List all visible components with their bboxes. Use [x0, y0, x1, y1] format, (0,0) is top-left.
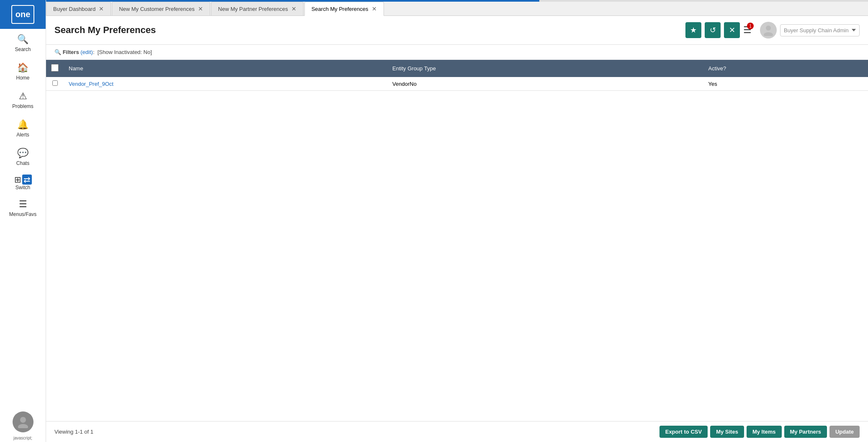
sidebar-item-switch[interactable]: ⊞ ⇄ Switch: [0, 171, 46, 194]
logo-box: one: [11, 5, 34, 24]
footer-bar: Viewing 1-1 of 1 Export to CSV My Sites …: [46, 421, 868, 442]
table-container: Name Entity Group Type Active? Vendor_Pr…: [46, 60, 868, 421]
tab-search-prefs[interactable]: Search My Preferences ✕: [304, 2, 384, 16]
sidebar-item-problems-label: Problems: [12, 103, 33, 109]
close-icon: ✕: [729, 26, 735, 35]
tab-new-customer[interactable]: New My Customer Preferences ✕: [112, 2, 210, 15]
switch-badge-icon: ⇄: [22, 175, 32, 185]
tab-new-customer-label: New My Customer Preferences: [119, 6, 195, 12]
row-checkbox[interactable]: [52, 80, 58, 86]
tab-search-prefs-close[interactable]: ✕: [372, 5, 377, 12]
favorite-button[interactable]: ★: [685, 22, 701, 38]
export-csv-button[interactable]: Export to CSV: [659, 426, 708, 438]
tab-buyer-dashboard-close[interactable]: ✕: [99, 5, 104, 12]
col-checkbox: [46, 60, 64, 77]
problems-icon: ⚠: [19, 91, 27, 102]
star-icon: ★: [690, 26, 697, 35]
svg-point-2: [766, 26, 771, 31]
my-sites-button[interactable]: My Sites: [710, 426, 744, 438]
sidebar-item-search-label: Search: [15, 46, 31, 52]
sidebar-item-chats-label: Chats: [16, 160, 29, 166]
svg-point-1: [18, 424, 28, 428]
sidebar-item-alerts[interactable]: 🔔 Alerts: [0, 114, 46, 143]
tab-buyer-dashboard[interactable]: Buyer Dashboard ✕: [46, 2, 111, 15]
tab-buyer-dashboard-label: Buyer Dashboard: [53, 6, 95, 12]
my-items-button[interactable]: My Items: [747, 426, 782, 438]
sidebar-item-home[interactable]: 🏠 Home: [0, 57, 46, 86]
switch-icon: ⊞: [14, 175, 21, 185]
svg-point-3: [764, 32, 773, 36]
tab-new-partner-close[interactable]: ✕: [291, 5, 296, 12]
footer-actions: Export to CSV My Sites My Items My Partn…: [659, 426, 860, 438]
app-logo[interactable]: one: [0, 0, 46, 29]
filter-search-icon: 🔍: [54, 49, 61, 55]
col-name-header: Name: [64, 60, 387, 77]
col-entity-group-type-header: Entity Group Type: [387, 60, 703, 77]
close-button[interactable]: ✕: [724, 22, 740, 38]
user-role-select[interactable]: Buyer Supply Chain Admin Admin Viewer: [780, 24, 860, 36]
sidebar-item-chats[interactable]: 💬 Chats: [0, 143, 46, 171]
tab-new-customer-close[interactable]: ✕: [198, 5, 203, 12]
row-entity-group-type-cell: VendorNo: [387, 77, 703, 91]
sidebar-item-home-label: Home: [16, 75, 29, 81]
update-button[interactable]: Update: [829, 426, 860, 438]
search-icon: 🔍: [17, 34, 28, 45]
tab-new-partner-label: New My Partner Preferences: [218, 6, 288, 12]
alerts-icon: 🔔: [17, 119, 28, 130]
filters-label: Filters: [63, 49, 79, 55]
tab-search-prefs-label: Search My Preferences: [312, 6, 368, 12]
page-title: Search My Preferences: [54, 25, 685, 36]
logo-text: one: [15, 10, 31, 19]
select-all-checkbox[interactable]: [51, 64, 59, 72]
table-header-row: Name Entity Group Type Active?: [46, 60, 868, 77]
my-partners-button[interactable]: My Partners: [784, 426, 827, 438]
table-body: Vendor_Pref_9Oct VendorNo Yes: [46, 77, 868, 91]
chats-icon: 💬: [17, 148, 28, 159]
tab-new-partner[interactable]: New My Partner Preferences ✕: [211, 2, 304, 15]
sidebar-item-menus[interactable]: ☰ Menus/Favs: [0, 194, 46, 222]
refresh-button[interactable]: ↺: [705, 22, 721, 38]
row-checkbox-cell: [46, 77, 64, 91]
row-name-link[interactable]: Vendor_Pref_9Oct: [69, 81, 113, 87]
svg-point-0: [20, 417, 26, 423]
table-row: Vendor_Pref_9Oct VendorNo Yes: [46, 77, 868, 91]
sidebar-item-problems[interactable]: ⚠ Problems: [0, 86, 46, 114]
viewing-text: Viewing 1-1 of 1: [54, 429, 93, 435]
main-area: Buyer Dashboard ✕ New My Customer Prefer…: [46, 0, 868, 442]
filters-edit-link[interactable]: (edit): [80, 49, 93, 55]
sidebar: one 🔍 Search 🏠 Home ⚠ Problems 🔔 Alerts …: [0, 0, 46, 442]
filter-bar: 🔍 Filters (edit): [Show Inactivated: No]: [46, 45, 868, 60]
col-active-header: Active?: [703, 60, 868, 77]
row-active-cell: Yes: [703, 77, 868, 91]
sidebar-bottom: javascript;: [0, 411, 46, 442]
sidebar-js-label: javascript;: [12, 434, 34, 442]
sidebar-item-menus-label: Menus/Favs: [9, 211, 36, 217]
content-area: Search My Preferences ★ ↺ ✕ ☰ 1: [46, 16, 868, 442]
user-avatar-sidebar[interactable]: [13, 411, 33, 432]
sidebar-item-switch-label: Switch: [15, 185, 30, 190]
user-avatar: [760, 22, 777, 39]
row-name-cell: Vendor_Pref_9Oct: [64, 77, 387, 91]
header-actions: ★ ↺ ✕ ☰ 1 Buyer Supply Chain A: [685, 22, 860, 39]
refresh-icon: ↺: [710, 26, 716, 35]
page-header: Search My Preferences ★ ↺ ✕ ☰ 1: [46, 16, 868, 45]
notification-badge: 1: [747, 23, 754, 29]
notification-button[interactable]: ☰ 1: [743, 25, 752, 36]
user-section: Buyer Supply Chain Admin Admin Viewer: [760, 22, 860, 39]
sidebar-item-alerts-label: Alerts: [16, 132, 29, 138]
tab-bar: Buyer Dashboard ✕ New My Customer Prefer…: [46, 2, 868, 16]
menus-icon: ☰: [19, 199, 27, 210]
home-icon: 🏠: [17, 62, 28, 73]
sidebar-item-search[interactable]: 🔍 Search: [0, 29, 46, 57]
filters-show-inactivated: [Show Inactivated: No]: [98, 49, 152, 55]
results-table: Name Entity Group Type Active? Vendor_Pr…: [46, 60, 868, 91]
